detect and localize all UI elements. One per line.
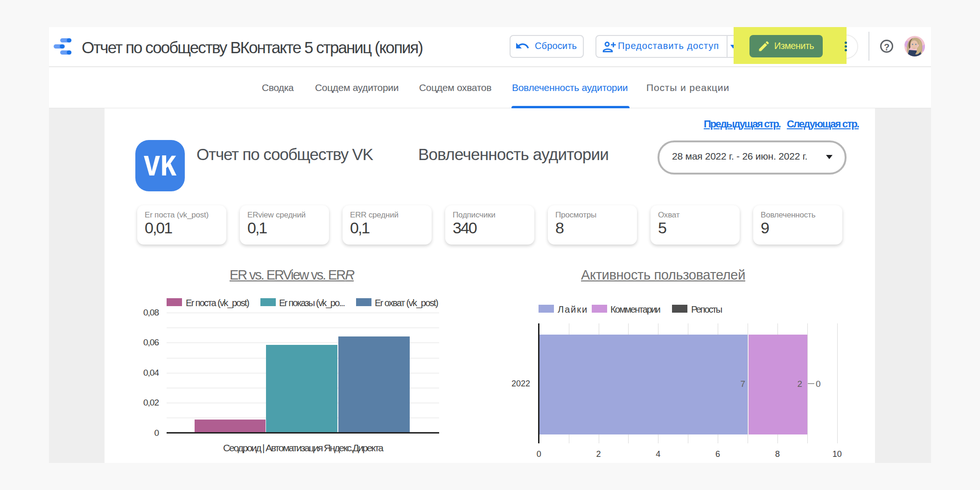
svg-text:vk: vk [144,142,176,183]
